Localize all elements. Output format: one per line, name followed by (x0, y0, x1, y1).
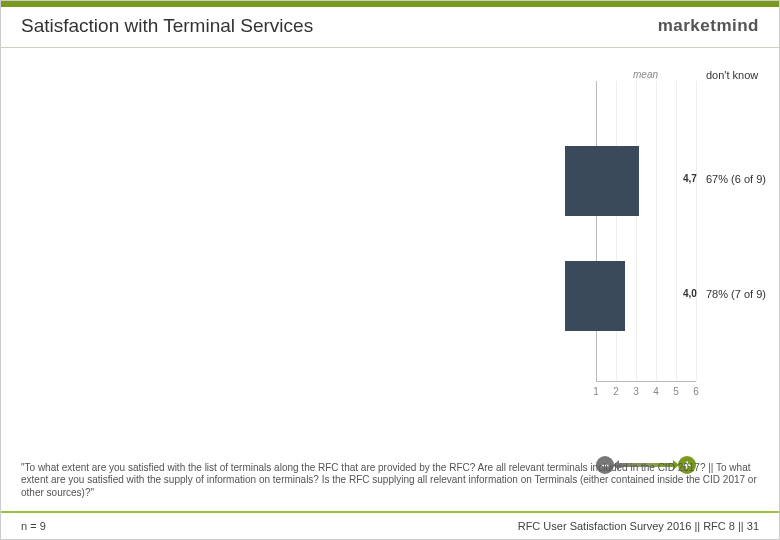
x-tick: 4 (650, 386, 662, 397)
question-text: "To what extent are you satisfied with t… (21, 462, 759, 500)
sample-size: n = 9 (21, 520, 46, 532)
page-title: Satisfaction with Terminal Services (21, 15, 313, 37)
dont-know-value-2: 78% (7 of 9) (706, 288, 766, 300)
y-axis (596, 81, 597, 381)
bar-item-1 (565, 146, 639, 216)
bar-item-2 (565, 261, 625, 331)
gridline (656, 81, 657, 381)
gridline (676, 81, 677, 381)
header: Satisfaction with Terminal Services mark… (1, 7, 779, 48)
x-tick: 1 (590, 386, 602, 397)
chart-area: mean don't know 1 2 3 4 5 6 4,7 4,0 67% … (1, 61, 779, 444)
gridline (696, 81, 697, 381)
brand-logo: marketmind (658, 16, 759, 36)
source-label: RFC User Satisfaction Survey 2016 || RFC… (518, 520, 759, 532)
x-tick: 6 (690, 386, 702, 397)
x-tick: 3 (630, 386, 642, 397)
footer: n = 9 RFC User Satisfaction Survey 2016 … (1, 511, 779, 539)
x-axis (596, 381, 696, 382)
chart-plot: 1 2 3 4 5 6 4,7 4,0 (596, 81, 696, 401)
x-tick: 2 (610, 386, 622, 397)
gridline (636, 81, 637, 381)
mean-header: mean (633, 69, 658, 80)
bar-value-2: 4,0 (683, 288, 697, 299)
slide: Satisfaction with Terminal Services mark… (0, 0, 780, 540)
x-tick: 5 (670, 386, 682, 397)
gridline (616, 81, 617, 381)
dont-know-value-1: 67% (6 of 9) (706, 173, 766, 185)
bar-value-1: 4,7 (683, 173, 697, 184)
dont-know-header: don't know (706, 69, 758, 81)
